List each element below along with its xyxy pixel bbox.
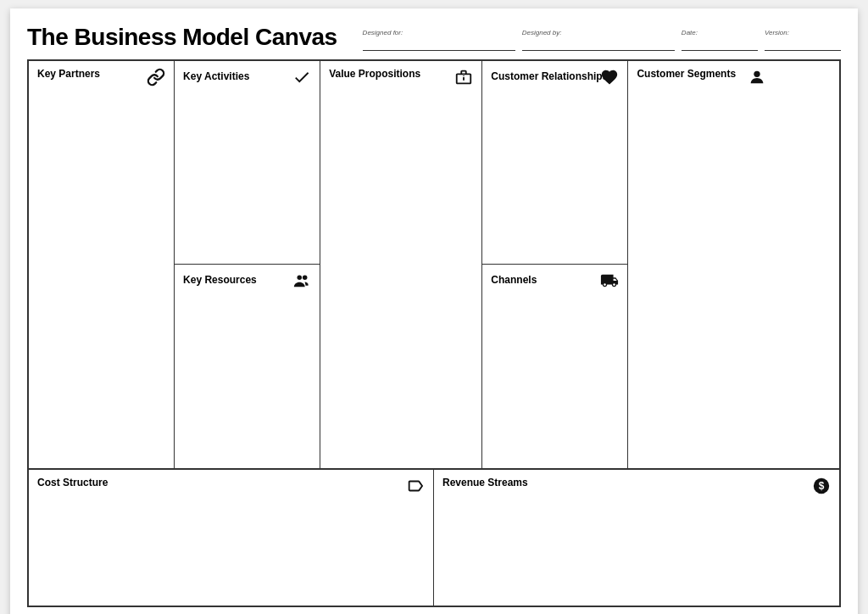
cost-structure-cell[interactable]: Cost Structure xyxy=(29,470,434,606)
svg-text:$: $ xyxy=(819,480,825,492)
customer-relationships-icon xyxy=(600,68,619,91)
revenue-streams-icon: $ xyxy=(812,477,831,500)
value-propositions-label: Value Propositions xyxy=(329,68,473,80)
designed-by-value[interactable] xyxy=(522,38,675,50)
customer-relationships-cell[interactable]: Customer Relationships xyxy=(482,61,627,265)
cost-structure-label: Cost Structure xyxy=(37,477,425,488)
channels-cell[interactable]: Channels xyxy=(482,265,627,468)
canvas-bottom: Cost Structure Revenue Streams $ xyxy=(29,470,839,606)
key-activities-cell[interactable]: Key Activities xyxy=(175,61,320,265)
channels-icon xyxy=(600,271,619,294)
header-fields: Designed for: Designed by: Date: Version… xyxy=(363,29,841,51)
channels-label: Channels xyxy=(491,274,537,286)
version-label: Version: xyxy=(765,29,841,36)
revenue-streams-label: Revenue Streams xyxy=(442,477,831,488)
business-model-canvas-page: The Business Model Canvas Designed for: … xyxy=(10,8,858,614)
designed-by-field[interactable]: Designed by: xyxy=(522,29,675,51)
svg-point-2 xyxy=(754,71,760,77)
svg-point-1 xyxy=(303,276,308,281)
cr-channels-column: Customer Relationships Channels xyxy=(482,61,628,468)
key-activities-icon xyxy=(292,68,311,91)
value-propositions-cell[interactable]: Value Propositions xyxy=(320,61,482,468)
canvas: Key Partners Key Activities xyxy=(27,59,841,607)
key-partners-icon xyxy=(147,68,165,91)
value-propositions-icon xyxy=(454,68,473,91)
date-value[interactable] xyxy=(682,38,758,50)
designed-for-label: Designed for: xyxy=(363,29,515,36)
svg-point-0 xyxy=(298,276,303,281)
customer-segments-icon xyxy=(748,68,766,91)
key-partners-cell[interactable]: Key Partners xyxy=(29,61,175,468)
designed-for-field[interactable]: Designed for: xyxy=(363,29,515,51)
top-header: The Business Model Canvas Designed for: … xyxy=(27,24,841,51)
key-resources-cell[interactable]: Key Resources xyxy=(175,265,320,468)
revenue-streams-cell[interactable]: Revenue Streams $ xyxy=(434,470,839,606)
version-value[interactable] xyxy=(765,38,841,50)
date-label: Date: xyxy=(682,29,758,36)
date-field[interactable]: Date: xyxy=(682,29,758,51)
key-activities-label: Key Activities xyxy=(183,70,249,82)
customer-relationships-label: Customer Relationships xyxy=(491,70,608,82)
version-field[interactable]: Version: xyxy=(765,29,841,51)
main-title: The Business Model Canvas xyxy=(27,24,337,51)
customer-segments-cell[interactable]: Customer Segments xyxy=(628,61,774,468)
designed-for-value[interactable] xyxy=(363,38,515,50)
canvas-main: Key Partners Key Activities xyxy=(29,61,839,470)
activities-resources-column: Key Activities Key Resources xyxy=(175,61,320,468)
key-resources-icon xyxy=(292,271,311,294)
cost-structure-icon xyxy=(406,477,425,500)
key-resources-label: Key Resources xyxy=(183,274,257,286)
designed-by-label: Designed by: xyxy=(522,29,675,36)
